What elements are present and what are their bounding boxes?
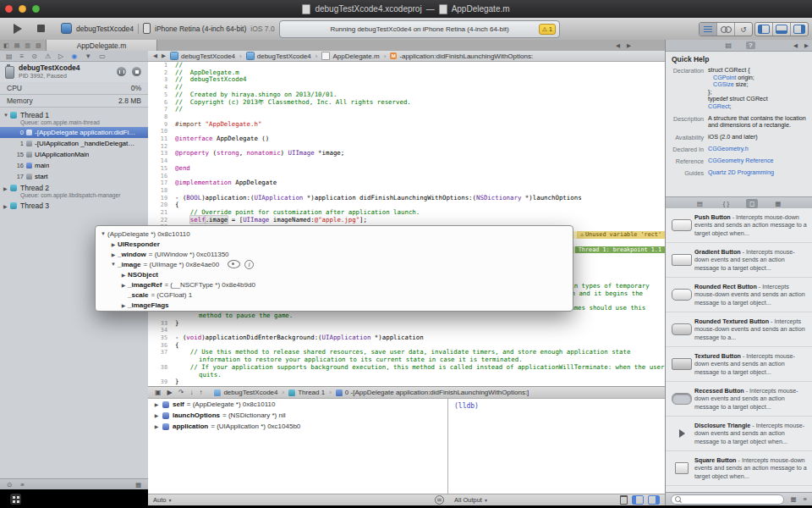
show-console-pane-button[interactable] (648, 495, 660, 505)
continue-button[interactable]: ▶ (167, 389, 173, 396)
line-number[interactable]: 20 (148, 202, 170, 209)
console-view[interactable]: (lldb) (449, 399, 665, 494)
quick-help-value[interactable]: CGGeometry.h (708, 146, 812, 153)
step-into-button[interactable]: ↓ (189, 389, 193, 396)
thread-header[interactable]: ▶Thread 3 (0, 200, 148, 212)
variable-row[interactable]: ▶application= (UIApplication *) 0xc1045b… (148, 421, 447, 432)
file-template-library-icon[interactable]: ▤ (694, 199, 706, 208)
declaration-token[interactable]: CGSize (713, 80, 734, 88)
debug-navigator-icon[interactable]: ◉ (71, 52, 77, 60)
step-out-button[interactable]: ↑ (199, 389, 202, 396)
line-number[interactable]: 33 (148, 320, 170, 328)
toggle-utilities-button[interactable] (791, 23, 808, 36)
desktop-grid-icon[interactable] (10, 494, 21, 505)
version-editor-button[interactable]: ↺ (735, 23, 752, 36)
code-line[interactable]: 17@implementation AppDelegate (148, 179, 665, 187)
tab-appdelegate[interactable]: AppDelegate.m (46, 40, 157, 51)
symbol-navigator-icon[interactable]: ≡ (20, 52, 25, 60)
line-number[interactable]: 38 (148, 364, 170, 372)
stop-button[interactable] (37, 25, 45, 32)
list-view-icon[interactable]: ≡ (804, 495, 807, 503)
code-snippet-library-icon[interactable]: { } (720, 199, 732, 208)
variable-row[interactable]: ▼_image= (UIImage *) 0x8e4ae00i (96, 259, 573, 269)
toggle-debug-area-button[interactable] (773, 23, 791, 36)
editor-forward-button[interactable]: ▶ (162, 52, 166, 59)
stack-frame-row[interactable]: 1-[UIApplication _handleDelegat… (0, 138, 148, 149)
line-number[interactable]: 5 (148, 91, 170, 99)
disclosure-triangle-icon[interactable]: ▶ (109, 241, 118, 247)
debug-breadcrumb-item[interactable]: 0 -[AppDelegate application:didFinishLau… (336, 389, 529, 396)
jumpbar-item[interactable]: debugTestXcode4 (246, 52, 311, 60)
quick-help-value[interactable]: CGGeometry Reference (708, 157, 812, 165)
line-number[interactable]: 21 (148, 209, 170, 217)
code-line[interactable]: 6// Copyright (c) 2013年 Classmethod, Inc… (148, 99, 665, 107)
line-number[interactable]: 36 (148, 342, 170, 350)
grid-view-icon[interactable]: ▦ (791, 495, 797, 503)
pane-toggle-icon-2[interactable]: ▤ (14, 40, 20, 51)
stack-frame-row[interactable]: 17start (0, 171, 148, 182)
line-number[interactable]: 11 (148, 135, 170, 143)
project-navigator-icon[interactable]: ▤ (6, 52, 13, 60)
help-back-button[interactable]: ◀ (793, 42, 798, 49)
search-navigator-icon[interactable]: ⊙ (31, 52, 37, 60)
window-titlebar[interactable]: debugTestXcode4.xcodeproj — AppDelegate.… (0, 0, 812, 19)
library-item[interactable]: Rounded Rect Button - Intercepts mouse-d… (666, 278, 812, 312)
disclosure-triangle-icon[interactable]: ▶ (152, 423, 161, 429)
variable-row[interactable]: ▶NSObject (96, 269, 573, 279)
line-number[interactable]: 2 (148, 69, 170, 77)
variable-row[interactable]: ▶UIResponder (96, 239, 573, 249)
pane-toggle-icon-3[interactable]: ▥ (25, 40, 30, 51)
line-number[interactable]: 34 (148, 327, 170, 334)
line-number[interactable]: 1 (148, 62, 170, 69)
test-navigator-icon[interactable]: ▷ (58, 52, 63, 60)
pane-toggle-icon-4[interactable]: ▨ (36, 40, 41, 51)
library-item[interactable]: Push Button - Intercepts mouse-down even… (666, 208, 812, 243)
gauge-row[interactable]: Memory2.8 MB (0, 95, 148, 108)
run-button[interactable] (14, 24, 22, 34)
library-item[interactable]: Gradient Button - Intercepts mouse-down … (666, 243, 812, 278)
standard-editor-button[interactable] (700, 23, 717, 36)
filter-processes-icon[interactable]: ⊙ (7, 481, 12, 489)
code-line[interactable]: 35- (void)applicationDidEnterBackground:… (148, 334, 665, 342)
filter-flag-icon[interactable]: ▦ (135, 481, 141, 489)
scheme-device[interactable]: iPhone Retina (4-inch 64-bit) (155, 25, 246, 33)
stack-frame-row[interactable]: 16main (0, 160, 148, 171)
code-line[interactable]: 19- (BOOL)application:(UIApplication *)a… (148, 195, 665, 202)
line-number[interactable]: 6 (148, 99, 170, 107)
disclosure-triangle-icon[interactable]: ▶ (119, 282, 128, 288)
log-navigator-icon[interactable]: ▭ (99, 52, 106, 60)
code-line[interactable]: 13@property (strong, nonatomic) UIImage … (148, 150, 665, 157)
disclosure-triangle-icon[interactable]: ▶ (119, 302, 128, 308)
variables-scope-selector[interactable]: Auto (153, 496, 166, 504)
disclosure-triangle-icon[interactable]: ▼ (99, 231, 107, 236)
breakpoint-navigator-icon[interactable]: ▼ (85, 52, 91, 60)
variable-row[interactable]: ▶launchOptions= (NSDictionary *) nil (148, 410, 447, 421)
variable-row[interactable]: ▶_imageRef= (__NSCFType *) 0x8e4b9d0 (96, 279, 573, 290)
variable-row[interactable]: _scale= (CGFloat) 1 (96, 290, 573, 300)
variable-row[interactable]: ▼(AppDelegate *) 0x8c10110 (96, 229, 573, 239)
thread-header[interactable]: ▼Thread 1Queue: com.apple.main-thread (0, 109, 148, 127)
code-line[interactable]: 38 // If your application supports backg… (148, 364, 665, 378)
code-line[interactable]: 39} (148, 378, 665, 386)
jumpbar-item[interactable]: AppDelegate.m (321, 52, 379, 60)
assistant-editor-button[interactable] (717, 23, 735, 36)
code-line[interactable]: 11@interface AppDelegate () (148, 135, 665, 143)
file-inspector-icon[interactable]: ▤ (722, 41, 734, 49)
line-number[interactable]: 17 (148, 179, 170, 187)
line-number[interactable]: 3 (148, 76, 170, 84)
code-line[interactable]: 33} (148, 320, 665, 328)
library-item[interactable]: Rounded Textured Button - Intercepts mou… (666, 312, 812, 347)
disclosure-triangle-icon[interactable]: ▶ (152, 401, 161, 407)
code-line[interactable]: 37 // Use this method to release shared … (148, 349, 665, 363)
stop-process-button[interactable] (132, 67, 141, 76)
tab-forward-button[interactable]: ▶ (627, 42, 631, 49)
code-line[interactable]: 3// debugTestXcode4 (148, 76, 665, 84)
disclosure-triangle-icon[interactable]: ▶ (152, 412, 161, 418)
pause-process-button[interactable] (117, 67, 126, 76)
stack-frame-row[interactable]: 0-[AppDelegate application:didFi… (0, 127, 148, 138)
code-line[interactable]: 7// (148, 106, 665, 113)
disclosure-triangle-icon[interactable]: ▶ (109, 251, 118, 257)
declaration-token[interactable]: CGRect (708, 102, 730, 110)
variables-filter-icon[interactable] (435, 495, 444, 505)
filter-list-icon[interactable]: ≡ (20, 481, 24, 489)
